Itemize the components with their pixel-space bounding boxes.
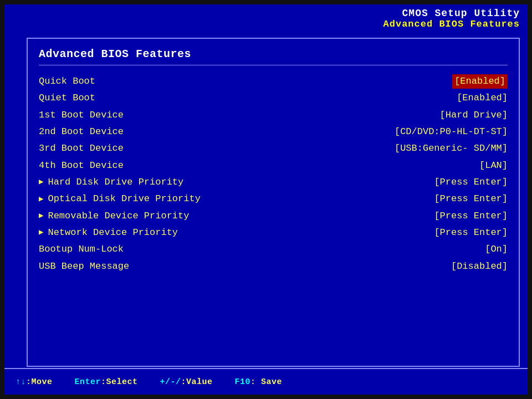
menu-value: [Disabled] — [451, 259, 508, 274]
hint-select: Enter:Select — [75, 377, 138, 387]
hint-value-key: +/-/ — [160, 377, 181, 387]
top-header: CMOS Setup Utility Advanced BIOS Feature… — [376, 4, 528, 32]
menu-value: [CD/DVD:P0-HL-DT-ST] — [395, 125, 508, 139]
menu-label: ▶Hard Disk Drive Priority — [39, 175, 183, 190]
bottom-bar: ↑↓:Move Enter:Select +/-/:Value F10: Sav… — [4, 368, 528, 395]
menu-label: Quick Boot — [39, 74, 95, 89]
hint-move-key: ↑↓ — [16, 377, 26, 387]
submenu-arrow-icon: ▶ — [39, 227, 43, 239]
menu-label: 3rd Boot Device — [39, 141, 124, 156]
menu-row[interactable]: Bootup Num-Lock[On] — [39, 242, 508, 257]
submenu-arrow-icon: ▶ — [39, 210, 43, 222]
menu-label: ▶Network Device Priority — [39, 226, 178, 240]
menu-label: 2nd Boot Device — [39, 125, 124, 139]
menu-row[interactable]: 2nd Boot Device[CD/DVD:P0-HL-DT-ST] — [39, 125, 508, 139]
hint-value: +/-/:Value — [160, 377, 213, 387]
menu-rows: Quick Boot[Enabled]Quiet Boot[Enabled]1s… — [39, 74, 508, 274]
menu-row[interactable]: ▶Optical Disk Drive Priority[Press Enter… — [39, 192, 508, 206]
menu-row[interactable]: 4th Boot Device[LAN] — [39, 158, 508, 173]
menu-row[interactable]: ▶Network Device Priority[Press Enter] — [39, 226, 508, 240]
menu-label: ▶Removable Device Priority — [39, 209, 189, 223]
menu-value: [Press Enter] — [434, 209, 508, 223]
menu-label: Quiet Boot — [39, 91, 95, 105]
menu-label: 1st Boot Device — [39, 108, 124, 122]
menu-label: Bootup Num-Lock — [39, 242, 124, 257]
menu-value: [Press Enter] — [434, 175, 508, 190]
menu-row[interactable]: ▶Removable Device Priority[Press Enter] — [39, 209, 508, 223]
menu-row[interactable]: Quick Boot[Enabled] — [39, 74, 508, 89]
menu-row[interactable]: Quiet Boot[Enabled] — [39, 91, 508, 105]
hint-move: ↑↓:Move — [16, 377, 53, 387]
cmos-title: CMOS Setup Utility — [383, 8, 520, 19]
hint-save: F10: Save — [235, 377, 283, 387]
menu-label: ▶Optical Disk Drive Priority — [39, 192, 201, 206]
menu-value: [Enabled] — [457, 91, 508, 105]
menu-value: [Press Enter] — [434, 226, 508, 240]
hint-save-key: F10 — [235, 377, 251, 387]
menu-row[interactable]: USB Beep Message[Disabled] — [39, 259, 508, 274]
menu-row[interactable]: 3rd Boot Device[USB:Generic- SD/MM] — [39, 141, 508, 156]
menu-value: [On] — [485, 242, 508, 257]
menu-value: [Hard Drive] — [440, 108, 508, 122]
divider — [39, 65, 508, 65]
menu-row[interactable]: ▶Hard Disk Drive Priority[Press Enter] — [39, 175, 508, 190]
menu-label: USB Beep Message — [39, 259, 129, 274]
main-content: Advanced BIOS Features Quick Boot[Enable… — [27, 38, 520, 367]
menu-value: [USB:Generic- SD/MM] — [395, 141, 508, 156]
bios-subtitle: Advanced BIOS Features — [383, 19, 520, 29]
menu-value: [Press Enter] — [434, 192, 508, 206]
menu-row[interactable]: 1st Boot Device[Hard Drive] — [39, 108, 508, 122]
bios-screen: CMOS Setup Utility Advanced BIOS Feature… — [0, 0, 532, 399]
section-title: Advanced BIOS Features — [39, 48, 508, 60]
hint-select-key: Enter — [75, 377, 101, 387]
submenu-arrow-icon: ▶ — [39, 193, 43, 206]
menu-label: 4th Boot Device — [39, 158, 124, 173]
menu-value: [Enabled] — [452, 74, 508, 89]
menu-value: [LAN] — [479, 158, 508, 173]
submenu-arrow-icon: ▶ — [39, 176, 43, 188]
